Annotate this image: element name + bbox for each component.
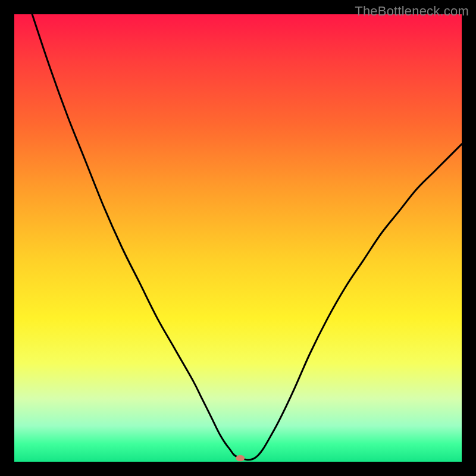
chart-root: TheBottleneck.com: [0, 0, 476, 476]
curve-svg: [14, 14, 462, 462]
marker-dot: [236, 455, 245, 462]
plot-area: [14, 14, 462, 462]
bottleneck-curve: [32, 14, 462, 460]
watermark-text: TheBottleneck.com: [355, 4, 469, 19]
